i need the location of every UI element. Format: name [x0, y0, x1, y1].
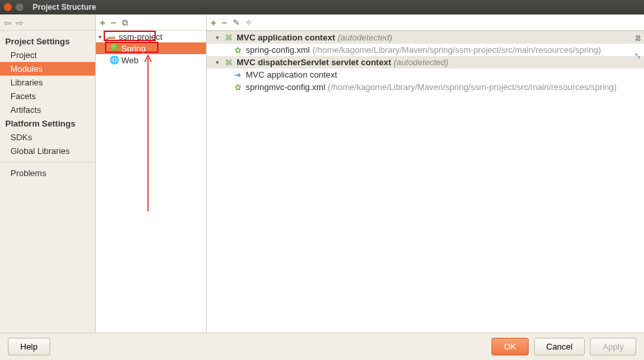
context-item[interactable]: ➔ MVC application context — [207, 68, 644, 81]
sidebar-item-project[interactable]: Project — [0, 48, 95, 62]
config-file-icon: ✿ — [233, 46, 243, 55]
sidebar-item-artifacts[interactable]: Artifacts — [0, 103, 95, 117]
context-item[interactable]: ✿ springmvc-config.xml (/home/kagome/Lib… — [207, 81, 644, 93]
collapse-all-icon[interactable]: ⤡ — [634, 51, 641, 61]
module-label: ssm-project — [119, 32, 162, 42]
separator — [0, 162, 95, 162]
config-file-name: springmvc-config.xml — [246, 82, 325, 92]
facet-label: Spring — [121, 44, 146, 53]
config-file-path: (/home/kagome/Library/Maven/spring/ssm-p… — [312, 45, 601, 55]
remove-icon[interactable]: − — [222, 17, 227, 28]
dialog-footer: Help OK Cancel Apply — [0, 333, 644, 360]
linked-context-name: MVC application context — [246, 70, 337, 80]
module-toolbar: + − ⧉ — [96, 15, 206, 31]
sidebar-item-modules[interactable]: Modules — [0, 62, 95, 76]
module-tree[interactable]: ▾ ▬ ssm-project Spring 🌐 Web — [96, 31, 206, 333]
config-file-path: (/home/kagome/Library/Maven/spring/ssm-p… — [328, 82, 617, 92]
forward-icon[interactable]: ⇨ — [16, 18, 23, 28]
close-window-button[interactable] — [4, 3, 12, 11]
tree-row-spring[interactable]: Spring — [96, 42, 206, 54]
minimize-window-button[interactable] — [16, 3, 23, 11]
wand-icon[interactable]: ✧ — [245, 18, 252, 27]
context-name: MVC dispatcherServlet servlet context — [237, 57, 391, 67]
sidebar-item-problems[interactable]: Problems — [0, 166, 95, 180]
main-area: ⇦ ⇨ Project Settings Project Modules Lib… — [0, 14, 644, 333]
context-header[interactable]: ▾ ⌘ MVC application context (autodetecte… — [207, 31, 644, 44]
module-icon: ▬ — [106, 32, 117, 41]
remove-icon[interactable]: − — [111, 17, 117, 28]
beans-icon: ⌘ — [224, 58, 234, 67]
facet-label: Web — [121, 55, 139, 65]
sidebar-header: Platform Settings — [0, 117, 95, 130]
expand-icon[interactable]: ▾ — [216, 34, 224, 41]
context-item[interactable]: ✿ spring-config.xml (/home/kagome/Librar… — [207, 44, 644, 56]
edit-icon[interactable]: ✎ — [233, 18, 240, 27]
context-name: MVC application context — [237, 33, 335, 42]
sidebar-header: Project Settings — [0, 35, 95, 48]
help-button[interactable]: Help — [8, 338, 50, 355]
annotation-arrow — [144, 53, 152, 211]
right-gutter-icons: ⤢ ⤡ — [634, 33, 641, 61]
config-file-name: spring-config.xml — [246, 45, 310, 55]
back-icon[interactable]: ⇦ — [4, 18, 12, 28]
apply-button[interactable]: Apply — [590, 338, 636, 355]
add-icon[interactable]: + — [211, 17, 216, 28]
sidebar-nav: ⇦ ⇨ — [0, 15, 95, 31]
tree-row-root[interactable]: ▾ ▬ ssm-project — [96, 31, 206, 42]
sidebar-item-facets[interactable]: Facets — [0, 89, 95, 103]
link-icon: ➔ — [233, 70, 243, 80]
tree-row-web[interactable]: 🌐 Web — [96, 54, 206, 66]
window-title: Project Structure — [33, 3, 96, 12]
context-header[interactable]: ▾ ⌘ MVC dispatcherServlet servlet contex… — [207, 56, 644, 68]
add-icon[interactable]: + — [100, 17, 106, 28]
copy-icon[interactable]: ⧉ — [122, 18, 128, 28]
context-list[interactable]: ▾ ⌘ MVC application context (autodetecte… — [207, 31, 644, 333]
expand-icon[interactable]: ▾ — [216, 59, 224, 66]
sidebar-item-sdks[interactable]: SDKs — [0, 130, 95, 144]
spring-icon — [109, 44, 119, 53]
module-panel: + − ⧉ ▾ ▬ ssm-project Spring 🌐 Web — [96, 15, 207, 333]
details-panel: + − ✎ ✧ ▾ ⌘ MVC application context (aut… — [207, 15, 644, 333]
autodetected-label: (autodetected) — [338, 33, 392, 42]
ok-button[interactable]: OK — [491, 338, 529, 355]
titlebar: Project Structure — [0, 0, 644, 14]
beans-icon: ⌘ — [224, 33, 234, 42]
details-toolbar: + − ✎ ✧ — [207, 15, 644, 31]
expand-all-icon[interactable]: ⤢ — [634, 33, 641, 43]
cancel-button[interactable]: Cancel — [534, 338, 585, 355]
autodetected-label: (autodetected) — [394, 57, 448, 67]
sidebar-item-global-libraries[interactable]: Global Libraries — [0, 144, 95, 158]
config-file-icon: ✿ — [233, 83, 243, 92]
sidebar-item-libraries[interactable]: Libraries — [0, 76, 95, 89]
web-icon: 🌐 — [109, 55, 119, 65]
settings-sidebar: ⇦ ⇨ Project Settings Project Modules Lib… — [0, 15, 96, 333]
